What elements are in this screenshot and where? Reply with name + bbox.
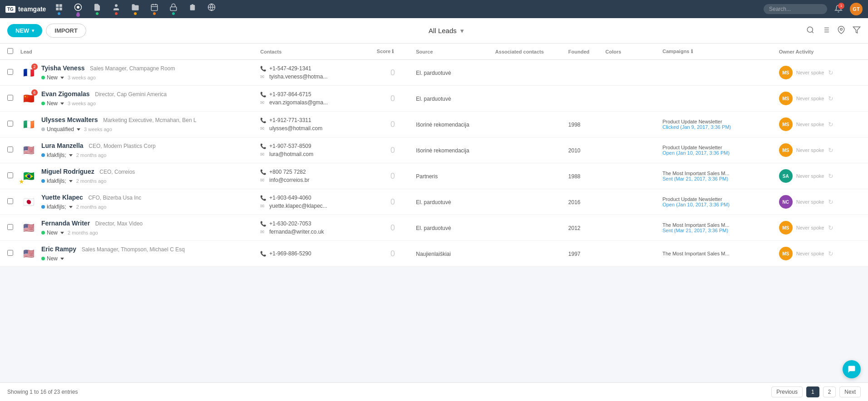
- row-checkbox[interactable]: [7, 147, 13, 152]
- filter-icon[interactable]: [853, 26, 861, 36]
- status-dot: [41, 231, 45, 235]
- nav-item-people[interactable]: [112, 3, 120, 15]
- sync-icon[interactable]: ↻: [828, 198, 833, 205]
- email-address: ulysses@hotmail.com: [269, 125, 322, 132]
- status-dropdown[interactable]: kfakfijls;: [41, 178, 73, 184]
- notification-badge: 1: [838, 3, 844, 9]
- user-avatar[interactable]: GT: [850, 3, 863, 15]
- leads-table: Lead Contacts Score ℹ Source Associated …: [0, 44, 868, 267]
- logo[interactable]: TG teamgate: [5, 5, 46, 13]
- status-dropdown[interactable]: New: [41, 100, 64, 107]
- row-source-cell: El. parduotuvė: [412, 86, 492, 112]
- row-colors-cell: [602, 86, 659, 112]
- lead-name[interactable]: Tyisha Veness: [41, 64, 84, 72]
- campaign-action[interactable]: Clicked (Jan 9, 2017, 3:36 PM): [662, 124, 772, 130]
- row-founded-cell: 2016: [565, 189, 602, 215]
- row-colors-cell: [602, 189, 659, 215]
- email-address: evan.zigomalas@gma...: [269, 99, 328, 106]
- select-all-checkbox[interactable]: [7, 48, 13, 54]
- lead-name[interactable]: Lura Manzella: [41, 142, 84, 149]
- lead-flag-container: 🇫🇷 2: [20, 64, 37, 81]
- source-value: Naujienlaiškiai: [416, 251, 451, 257]
- lead-name-row: Fernanda Writer Director, Max Video: [41, 220, 143, 227]
- status-chevron: [68, 178, 73, 184]
- row-campaigns-cell: [659, 60, 775, 86]
- sync-icon[interactable]: ↻: [828, 121, 833, 128]
- nav-item-leads[interactable]: [74, 3, 82, 15]
- contact-info: 📞 +800 725 7282 ✉ info@correios.br: [260, 169, 370, 183]
- import-button[interactable]: IMPORT: [46, 24, 86, 38]
- status-dropdown[interactable]: kfakfijls;: [41, 204, 73, 210]
- location-icon[interactable]: [837, 26, 845, 36]
- lead-name[interactable]: Fernanda Writer: [41, 220, 90, 227]
- lead-name[interactable]: Eric Rampy: [41, 245, 76, 253]
- nav-item-activities[interactable]: [150, 3, 158, 15]
- lead-name[interactable]: Ulysses Mcwalters: [41, 116, 98, 123]
- status-dropdown[interactable]: kfakfijls;: [41, 152, 73, 158]
- notification-bell[interactable]: 1: [834, 5, 843, 14]
- row-score-cell: 0: [373, 241, 412, 267]
- lead-name[interactable]: Miguel Rodríguez: [41, 168, 94, 175]
- search-container[interactable]: [764, 4, 827, 14]
- phone-number: +1-937-864-6715: [269, 91, 311, 98]
- search-input[interactable]: [764, 4, 827, 14]
- lead-info: Yuette Klapec CFO, Bizerba Usa Inc kfakf…: [41, 194, 141, 210]
- nav-item-deals[interactable]: [188, 3, 197, 15]
- row-checkbox[interactable]: [7, 250, 13, 256]
- source-value: Išorinė rekomendacija: [416, 147, 469, 154]
- nav-item-security[interactable]: [169, 3, 178, 15]
- founded-value: 2010: [568, 147, 581, 154]
- row-contacts-cell: 📞 +1-630-202-7053 ✉ fernanda@writer.co.u…: [256, 215, 373, 241]
- new-button[interactable]: NEW ▾: [7, 24, 42, 37]
- sync-icon[interactable]: ↻: [828, 250, 833, 257]
- lead-name[interactable]: Evan Zigomalas: [41, 90, 90, 98]
- row-checkbox[interactable]: [7, 69, 13, 75]
- status-dot: [41, 257, 45, 260]
- campaign-action[interactable]: Open (Jan 10, 2017, 3:36 PM): [662, 202, 772, 207]
- status-dot: [41, 127, 45, 131]
- row-campaigns-cell: The Most Important Sales M...: [659, 241, 775, 267]
- phone-number: +1-907-537-8509: [269, 143, 311, 149]
- phone-icon: 📞: [260, 221, 266, 227]
- sync-icon[interactable]: ↻: [828, 172, 833, 180]
- row-checkbox[interactable]: [7, 198, 13, 204]
- row-checkbox[interactable]: [7, 95, 13, 101]
- table-row: 🇨🇳 6 Evan Zigomalas Director, Cap Gemini…: [0, 86, 868, 112]
- time-ago: 3 weeks ago: [68, 101, 96, 106]
- status-dropdown[interactable]: Unqualified: [41, 126, 80, 132]
- phone-icon: 📞: [260, 92, 266, 98]
- nav-item-contacts[interactable]: [93, 3, 101, 15]
- row-checkbox-cell: [0, 215, 17, 241]
- nav-item-dashboard[interactable]: [55, 3, 63, 15]
- nav-right: 1 GT: [764, 3, 863, 15]
- status-label: kfakfijls;: [47, 204, 66, 210]
- row-colors-cell: [602, 60, 659, 86]
- status-chevron: [59, 230, 64, 236]
- email-address: yuette.klapec@klapec...: [269, 203, 327, 209]
- nav-item-reports[interactable]: [207, 3, 216, 15]
- sync-icon[interactable]: ↻: [828, 147, 833, 154]
- all-leads-dropdown-icon[interactable]: ▾: [460, 27, 464, 35]
- status-dropdown[interactable]: New: [41, 230, 64, 236]
- row-assoc-contacts-cell: [492, 137, 565, 163]
- col-checkbox: [0, 44, 17, 60]
- status-dropdown[interactable]: New: [41, 74, 64, 81]
- table-row: 🇺🇸 Fernanda Writer Director, Max Video: [0, 215, 868, 241]
- status-dropdown[interactable]: New: [41, 255, 64, 262]
- sync-icon[interactable]: ↻: [828, 95, 833, 102]
- nav-item-companies[interactable]: [131, 3, 139, 15]
- columns-icon[interactable]: [822, 26, 830, 36]
- search-icon[interactable]: [806, 26, 814, 36]
- campaign-action[interactable]: Sent (Mar 21, 2017, 3:36 PM): [662, 228, 772, 233]
- campaign-action[interactable]: Sent (Mar 21, 2017, 3:36 PM): [662, 176, 772, 181]
- lead-name[interactable]: Yuette Klapec: [41, 194, 83, 201]
- row-checkbox[interactable]: [7, 224, 13, 230]
- sync-icon[interactable]: ↻: [828, 224, 833, 231]
- status-dot: [41, 205, 45, 209]
- sync-icon[interactable]: ↻: [828, 69, 833, 76]
- contact-phone: 📞 +1-547-429-1341: [260, 65, 370, 72]
- row-checkbox[interactable]: [7, 121, 13, 127]
- col-campaigns: Campaigns ℹ: [659, 44, 775, 60]
- row-checkbox[interactable]: [7, 172, 13, 178]
- campaign-action[interactable]: Open (Jan 10, 2017, 3:36 PM): [662, 150, 772, 156]
